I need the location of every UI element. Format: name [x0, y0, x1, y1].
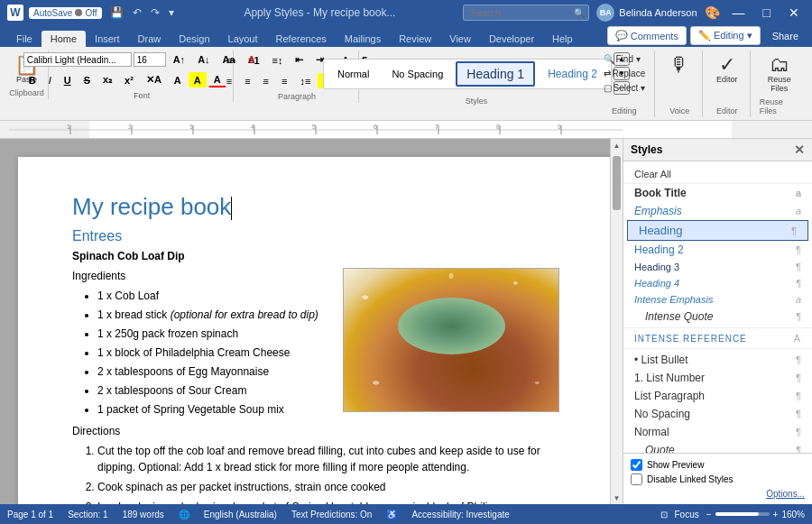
- no-spacing-mark: ¶: [796, 409, 801, 419]
- show-preview-input[interactable]: [631, 459, 642, 471]
- ribbon-icon[interactable]: 🎨: [705, 5, 720, 20]
- tab-mailings[interactable]: Mailings: [336, 31, 390, 47]
- tab-review[interactable]: Review: [390, 31, 440, 47]
- line-spacing-button[interactable]: ↕≡: [294, 73, 316, 88]
- tab-home[interactable]: Home: [42, 31, 86, 47]
- increase-font-button[interactable]: A↑: [168, 52, 190, 67]
- maximize-button[interactable]: □: [758, 5, 776, 20]
- qa-save[interactable]: 💾: [107, 5, 126, 21]
- font-name-input[interactable]: [23, 52, 132, 67]
- style-list-paragraph[interactable]: List Paragraph ¶: [623, 387, 812, 405]
- options-button[interactable]: Options...: [631, 489, 805, 499]
- superscript-button[interactable]: x²: [119, 72, 139, 87]
- align-left-button[interactable]: ≡: [221, 73, 237, 88]
- font-size-input[interactable]: [134, 52, 166, 67]
- accessibility-status: Accessibility: Investigate: [411, 510, 509, 519]
- qa-redo[interactable]: ↷: [148, 5, 162, 21]
- style-list-bullet[interactable]: • List Bullet ¶: [623, 351, 812, 369]
- reuse-label: Reuse Files: [760, 96, 799, 115]
- scroll-down-button[interactable]: ▼: [611, 492, 623, 504]
- focus-icon[interactable]: ⊡: [660, 510, 668, 519]
- style-no-spacing[interactable]: No Spacing: [382, 64, 453, 84]
- dictate-button[interactable]: 🎙: [663, 52, 696, 78]
- recipe-name[interactable]: Spinach Cob Loaf Dip: [72, 250, 559, 262]
- vertical-scrollbar[interactable]: ▲ ▼: [610, 139, 623, 504]
- qa-undo[interactable]: ↶: [130, 5, 144, 21]
- tab-insert[interactable]: Insert: [86, 31, 129, 47]
- styles-panel-close-button[interactable]: ✕: [794, 142, 805, 157]
- style-heading2-panel[interactable]: Heading 2 ¶: [623, 241, 812, 259]
- tab-view[interactable]: View: [440, 31, 480, 47]
- italic-button[interactable]: I: [43, 72, 57, 87]
- document-title[interactable]: My recipe book: [72, 193, 559, 221]
- bold-button[interactable]: B: [23, 72, 42, 87]
- styles-panel-footer: Show Preview Disable Linked Styles Optio…: [623, 453, 812, 504]
- editing-button[interactable]: ✏️ Editing ▾: [690, 26, 761, 45]
- editor-button[interactable]: ✓ Editor: [711, 52, 743, 87]
- align-right-button[interactable]: ≡: [258, 73, 274, 88]
- align-center-button[interactable]: ≡: [239, 73, 255, 88]
- style-heading4-panel[interactable]: Heading 4 ¶: [623, 275, 812, 291]
- share-button[interactable]: Share: [764, 26, 807, 45]
- style-quote[interactable]: Quote ¶: [623, 441, 812, 453]
- style-intense-emphasis[interactable]: Intense Emphasis a: [623, 291, 812, 308]
- qa-more[interactable]: ▾: [166, 5, 177, 21]
- style-intense-reference[interactable]: INTENSE REFERENCE a: [623, 330, 812, 346]
- style-heading3-panel[interactable]: Heading 3 ¶: [623, 259, 812, 275]
- search-area: 🔍: [463, 5, 589, 21]
- find-button[interactable]: 🔍 Find ▾: [600, 52, 644, 66]
- scroll-up-button[interactable]: ▲: [611, 139, 623, 152]
- numbered-list-button[interactable]: ≡1: [243, 52, 265, 68]
- style-intense-quote[interactable]: Intense Quote ¶: [623, 308, 812, 326]
- multilevel-list-button[interactable]: ≡↕: [267, 52, 289, 68]
- tab-layout[interactable]: Layout: [219, 31, 267, 47]
- text-effects-button[interactable]: A: [169, 72, 187, 87]
- tab-help[interactable]: Help: [543, 31, 582, 47]
- tab-file[interactable]: File: [7, 31, 42, 47]
- emphasis-mark: a: [796, 206, 801, 216]
- tab-design[interactable]: Design: [170, 31, 218, 47]
- underline-button[interactable]: U: [59, 72, 77, 87]
- strikethrough-button[interactable]: S: [78, 72, 96, 87]
- subscript-button[interactable]: x₂: [97, 72, 117, 87]
- reuse-files-button[interactable]: 🗂 Reuse Files: [763, 52, 796, 96]
- select-button[interactable]: ▢ Select ▾: [600, 81, 650, 95]
- disable-linked-input[interactable]: [631, 473, 642, 485]
- section-heading[interactable]: Entrees: [72, 228, 559, 244]
- scrollbar-track[interactable]: [611, 152, 623, 492]
- tab-references[interactable]: References: [267, 31, 336, 47]
- autosave-toggle[interactable]: AutoSave Off: [29, 7, 102, 19]
- decrease-font-button[interactable]: A↓: [192, 52, 215, 67]
- clear-all-button[interactable]: Clear All: [623, 165, 812, 184]
- show-preview-checkbox[interactable]: Show Preview: [631, 459, 805, 471]
- close-button[interactable]: ✕: [783, 5, 805, 20]
- style-heading1-panel[interactable]: Heading ¶: [627, 220, 808, 241]
- scrollbar-thumb[interactable]: [613, 156, 621, 210]
- bullet-list-button[interactable]: ≡•: [221, 52, 241, 68]
- title-bar-right: 🔍 BA Belinda Anderson 🎨 — □ ✕: [463, 4, 805, 22]
- style-emphasis[interactable]: Emphasis a: [623, 202, 812, 220]
- search-input[interactable]: [463, 5, 589, 21]
- style-normal[interactable]: Normal: [328, 64, 379, 84]
- zoom-out-button[interactable]: −: [706, 510, 712, 519]
- disable-linked-checkbox[interactable]: Disable Linked Styles: [631, 473, 805, 485]
- document-area[interactable]: My recipe book Entrees Spinach Cob Loaf …: [0, 139, 610, 504]
- justify-button[interactable]: ≡: [276, 73, 292, 88]
- svg-text:5: 5: [312, 124, 316, 130]
- highlight-button[interactable]: A: [189, 72, 207, 87]
- title-bar: W AutoSave Off 💾 ↶ ↷ ▾ Apply Styles - My…: [0, 0, 812, 25]
- style-heading1[interactable]: Heading 1: [456, 61, 535, 87]
- decrease-indent-button[interactable]: ⇤: [290, 52, 309, 68]
- zoom-slider[interactable]: [715, 512, 770, 516]
- style-book-title[interactable]: Book Title a: [623, 184, 812, 202]
- comments-button[interactable]: 💬 Comments: [607, 26, 687, 45]
- tab-developer[interactable]: Developer: [480, 31, 543, 47]
- style-normal-panel[interactable]: Normal ¶: [623, 423, 812, 441]
- replace-button[interactable]: ⇄ Replace: [600, 67, 650, 80]
- style-list-number[interactable]: 1. List Number ¶: [623, 369, 812, 387]
- zoom-in-button[interactable]: +: [773, 510, 779, 519]
- clear-format-button[interactable]: ✕A: [141, 72, 167, 87]
- style-no-spacing-panel[interactable]: No Spacing ¶: [623, 405, 812, 423]
- minimize-button[interactable]: —: [727, 5, 751, 20]
- tab-draw[interactable]: Draw: [129, 31, 171, 47]
